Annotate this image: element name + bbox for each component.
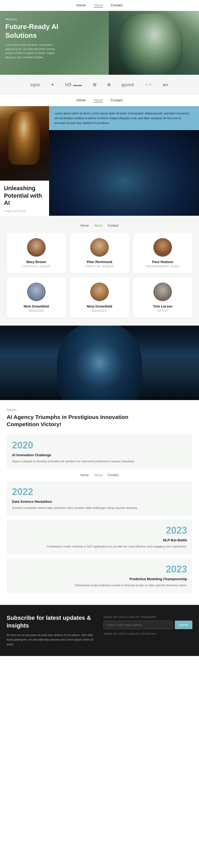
hero-title: Future-Ready AI Solutions [5, 22, 61, 40]
logos-section: ogie ✦ HD ▬▬ ⊞ ⊕ gpmd ⁘⁘ ær [0, 75, 199, 95]
team-grid: Mary Brown CREATIVE LEADER Piter Richmon… [7, 233, 192, 318]
award-card-2022: 2022 Data Science Hackathon A timed comp… [7, 481, 192, 516]
award-desc-predictive: Participants build predictive models to … [12, 583, 187, 588]
subscribe-title: Subscribe for latest updates & insights [7, 614, 95, 629]
subscribe-form: Submit [104, 621, 192, 629]
unleashing-section: Unleashing Potential with AI Image from … [0, 106, 199, 216]
team-card-nina: Nina Greenfield MANAGER [70, 277, 129, 318]
team-role-nina: MANAGER [74, 309, 125, 312]
team-nav-home[interactable]: Home [80, 224, 89, 227]
team-nav-about[interactable]: About [94, 224, 103, 227]
logo-ogie: ogie [30, 83, 40, 87]
subscribe-left: Subscribe for latest updates & insights … [7, 614, 95, 647]
logo-dots: ⁘⁘ [145, 82, 152, 87]
main-nav: Home About Contact [0, 0, 199, 11]
nav-home[interactable]: Home [76, 3, 86, 8]
award-name-2020: AI Innovation Challenge [12, 453, 187, 457]
hero-label: About us [5, 18, 104, 21]
robot-warrior-container: Unleashing Potential with AI Image from … [0, 106, 49, 216]
team-card-piter: Piter Richmond CREATIVE LEADER [70, 233, 129, 273]
email-input[interactable] [104, 621, 173, 629]
team-nav: Home About Contact [5, 224, 194, 227]
avatar-nick [27, 282, 46, 301]
award-name-nlp: NLP Bot Battle [12, 538, 187, 542]
team-card-mary: Mary Brown CREATIVE LEADER [7, 233, 66, 273]
award-desc-nlp: Contestants create chatbots or NLP appli… [12, 544, 187, 549]
unleashing-title: Unleashing Potential with AI [4, 185, 45, 207]
avatar-piter [90, 238, 109, 257]
secondary-nav: Home About Contact [0, 95, 199, 106]
awards-label: Awards [7, 408, 192, 411]
robot-face-image [49, 130, 199, 215]
robot-full-visual [0, 326, 199, 400]
avatar-tom [153, 282, 172, 301]
logo-star: ✦ [51, 82, 54, 87]
award-card-2020: 2020 AI Innovation Challenge Teams compe… [7, 434, 192, 469]
awards-section: Awards AI Agency Triumphs in Prestigious… [0, 400, 199, 605]
avatar-mary [27, 238, 46, 257]
team-card-nick: Nick Greenfield MANAGER [7, 277, 66, 318]
team-role-paul: PROGRAMMING GURU [137, 265, 188, 268]
award-year-predictive: 2023 [12, 564, 187, 575]
logo-ae: ær [163, 83, 168, 87]
unleashing-caption: Image from Pexels [4, 210, 26, 213]
team-role-piter: CREATIVE LEADER [74, 265, 125, 268]
team-section: Home About Contact Mary Brown CREATIVE L… [0, 216, 199, 326]
logo-gpmd: gpmd [122, 83, 134, 87]
award-name-predictive: Predictive Modeling Championship [12, 577, 187, 581]
team-name-nina: Nina Greenfield [74, 304, 125, 308]
awards-nav-home[interactable]: Home [80, 473, 89, 477]
subscribe-right: Sample text. Click to select the Text El… [104, 614, 192, 647]
logo-grid: ⊞ [93, 82, 96, 87]
info-box: Lorem ipsum dolor sit amet. Lorem ipsum … [49, 106, 199, 130]
hero-description: Lorem ipsum dolor sit amet, consectetur … [5, 43, 61, 59]
info-text: Lorem ipsum dolor sit amet. Lorem ipsum … [54, 111, 194, 125]
avatar-nina [90, 282, 109, 301]
unleashing-right: Lorem ipsum dolor sit amet. Lorem ipsum … [49, 106, 199, 216]
team-role-tom: ARTIST [137, 309, 188, 312]
logo-hd: HD ▬▬ [65, 83, 82, 87]
unleashing-text-container: Unleashing Potential with AI Image from … [0, 181, 49, 216]
team-name-paul: Paul Hudson [137, 260, 188, 264]
team-card-paul: Paul Hudson PROGRAMMING GURU [133, 233, 192, 273]
award-year-2022: 2022 [12, 486, 187, 497]
nav2-about[interactable]: About [94, 98, 103, 103]
team-name-piter: Piter Richmond [74, 260, 125, 264]
avatar-paul [153, 238, 172, 257]
hero-robot-image [109, 11, 199, 75]
submit-button[interactable]: Submit [175, 621, 192, 629]
robot-full-section [0, 326, 199, 400]
subscribe-sample-text: Sample text. Click to select the Text El… [104, 616, 192, 618]
award-card-predictive: 2023 Predictive Modeling Championship Pa… [7, 558, 192, 593]
subscribe-section: Subscribe for latest updates & insights … [0, 605, 199, 656]
award-year-2020: 2020 [12, 440, 187, 451]
hero-section: About us Future-Ready AI Solutions Lorem… [0, 11, 199, 75]
team-name-nick: Nick Greenfield [11, 304, 62, 308]
nav-contact[interactable]: Contact [111, 3, 123, 8]
award-card-nlp: 2023 NLP Bot Battle Contestants create c… [7, 520, 192, 554]
award-name-2022: Data Science Hackathon [12, 500, 187, 503]
robot-warrior-image [0, 106, 49, 181]
subscribe-sample-text2: Sample text. Click to select the Text El… [104, 632, 192, 635]
subscribe-description: At vero eos et accusam et justo duo dolo… [7, 633, 95, 647]
team-card-tom: Tom Larson ARTIST [133, 277, 192, 318]
logo-circle: ⊕ [107, 82, 111, 87]
team-name-mary: Mary Brown [11, 260, 62, 264]
logos-row: ogie ✦ HD ▬▬ ⊞ ⊕ gpmd ⁘⁘ ær [0, 80, 199, 89]
nav2-home[interactable]: Home [76, 98, 86, 103]
awards-nav-contact[interactable]: Contact [108, 473, 119, 477]
team-name-tom: Tom Larson [137, 304, 188, 308]
nav2-contact[interactable]: Contact [111, 98, 123, 103]
team-role-nick: MANAGER [11, 309, 62, 312]
award-year-nlp: 2023 [12, 525, 187, 536]
team-role-mary: CREATIVE LEADER [11, 265, 62, 268]
awards-nav-about[interactable]: About [94, 473, 103, 477]
team-nav-contact[interactable]: Contact [108, 224, 119, 227]
award-desc-2020: Teams compete to develop innovative AI s… [12, 459, 187, 464]
awards-title: AI Agency Triumphs in Prestigious Innova… [7, 413, 129, 428]
awards-nav: Home About Contact [7, 473, 192, 477]
award-desc-2022: A timed competition where data scientist… [12, 506, 187, 510]
nav-about[interactable]: About [94, 3, 103, 8]
